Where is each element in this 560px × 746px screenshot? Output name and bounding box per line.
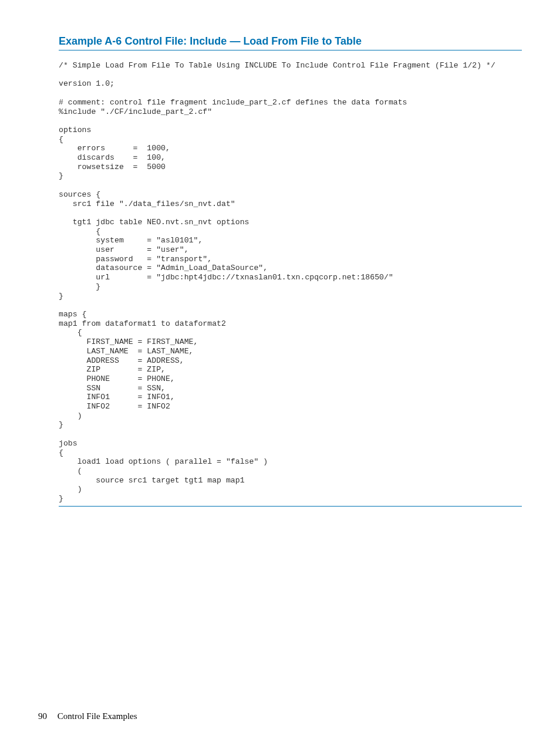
heading-rule-bottom — [59, 506, 522, 507]
code-block: /* Simple Load From File To Table Using … — [59, 61, 522, 504]
page-footer: 90 Control File Examples — [38, 711, 137, 721]
section-title: Control File Examples — [58, 711, 137, 721]
page-number: 90 — [38, 711, 47, 721]
document-page: Example A-6 Control File: Include — Load… — [0, 0, 560, 746]
example-heading: Example A-6 Control File: Include — Load… — [59, 35, 522, 48]
heading-rule-top — [59, 50, 522, 50]
